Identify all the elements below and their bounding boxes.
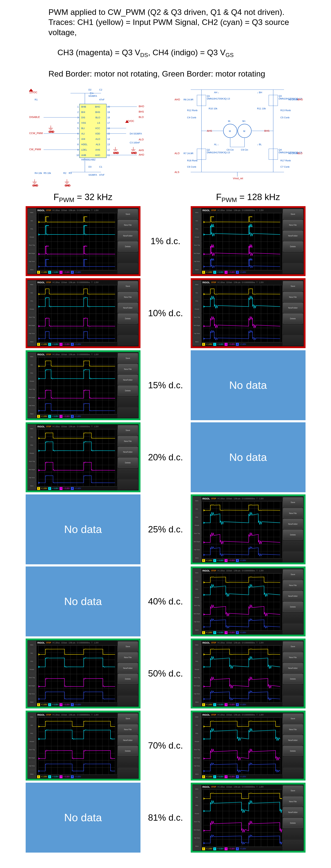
scope-left-item: Acq.: [193, 802, 201, 809]
row-label: 20% d.c.: [141, 452, 191, 463]
svg-text:AHO: AHO: [139, 153, 144, 156]
scope-side-button: New File: [283, 220, 303, 230]
svg-text:D3: D3: [88, 165, 91, 168]
svg-text:M: M: [243, 130, 245, 132]
svg-marker-316: [38, 482, 40, 484]
svg-text:4: 4: [77, 122, 79, 124]
scope-left-item: More: [193, 770, 201, 778]
scope-side-button: Delete: [118, 241, 138, 251]
svg-marker-235: [38, 293, 40, 295]
svg-text:19: 19: [107, 111, 110, 114]
scope-left-item: Inten.: [193, 785, 201, 793]
scope-side-button: New File: [283, 652, 303, 662]
scope-left-item: Inten.: [193, 641, 201, 649]
svg-text:R1: R1: [35, 98, 38, 101]
oscilloscope-capture: Inten.Hor.Acq.PersistSour TrigNet SlopeF…: [191, 639, 305, 709]
scope-side-button: New File: [283, 580, 303, 590]
scope-left-item: Inten.: [193, 497, 201, 505]
data-grid: Inten.Hor.Acq.PersistSour TrigNet SlopeF…: [18, 206, 313, 852]
row-label: 81% d.c.: [141, 812, 191, 823]
svg-text:D2: D2: [88, 88, 91, 91]
scope-side-button: NewFolder: [283, 807, 303, 817]
scope-left-item: Sour Trig: [28, 241, 36, 249]
scope-side-button: Save: [118, 281, 138, 291]
svg-text:BHS: BHS: [264, 129, 269, 132]
oscilloscope-capture: Inten.Hor.Acq.PersistSour TrigNet SlopeF…: [26, 206, 141, 276]
scope-left-item: Acq.: [28, 369, 36, 377]
svg-marker-238: [38, 338, 40, 340]
svg-marker-210: [204, 234, 205, 236]
scope-side-button: Delete: [283, 313, 303, 323]
scope-left-item: Inten.: [193, 569, 201, 577]
svg-text:AHS: AHS: [139, 149, 144, 152]
scope-left-item: More: [193, 842, 201, 850]
scope-left-item: Sour Trig: [28, 746, 36, 754]
svg-marker-313: [38, 437, 40, 439]
svg-text:AHB: AHB: [81, 154, 86, 156]
scope-side-button: NewFolder: [118, 735, 138, 745]
svg-marker-209: [204, 221, 205, 223]
scope-side-button: Save: [283, 281, 303, 291]
scope-left-item: More: [193, 626, 201, 634]
svg-marker-288: [38, 377, 40, 380]
scope-side-button: New File: [283, 796, 303, 807]
svg-text:14: 14: [107, 138, 110, 141]
mosfet-q1: Q1 DMN10H170SK3Q-13: [197, 95, 230, 106]
scope-side-button: Save: [283, 713, 303, 724]
svg-marker-365: [204, 581, 205, 584]
scope-side-button: Delete: [283, 746, 303, 756]
svg-text:C5 Csnb: C5 Csnb: [280, 116, 290, 119]
svg-marker-341: [204, 541, 205, 544]
svg-text:R7 24.9R: R7 24.9R: [183, 152, 193, 155]
scope-left-item: Persist: [28, 449, 36, 457]
scope-bottom-bar: 1= 1.00V2= 5.00V3= 5.00V4= 5.00V: [36, 342, 117, 346]
scope-side-button: NewFolder: [283, 230, 303, 241]
svg-marker-498: [204, 842, 205, 844]
scope-left-item: Hor.: [28, 217, 36, 225]
svg-text:BHO: BHO: [297, 98, 303, 101]
scope-left-item: Sour Trig: [28, 458, 36, 465]
svg-marker-212: [204, 266, 205, 268]
scope-plot: [202, 573, 282, 631]
scope-top-bar: RIGOLSTOPH 1.00us1GSa/s120k ptsD 0.00000…: [202, 280, 282, 285]
svg-marker-417: [204, 653, 205, 656]
svg-marker-446: [38, 770, 40, 772]
scope-plot: [36, 357, 117, 414]
scope-left-item: Inten.: [28, 209, 36, 217]
svg-marker-211: [204, 253, 205, 255]
svg-marker-420: [204, 698, 205, 700]
scope-left-item: Acq.: [28, 730, 36, 737]
scope-left-item: Hor.: [28, 361, 36, 369]
svg-text:GND: GND: [65, 184, 70, 186]
scope-side-button: Delete: [283, 530, 303, 540]
scope-left-item: Persist: [193, 233, 201, 241]
svg-text:D4 SS36FA: D4 SS36FA: [130, 132, 142, 135]
svg-text:ALS: ALS: [175, 170, 179, 174]
scope-bottom-bar: 1= 1.00V2= 5.00V3= 5.00V4= 5.00V: [202, 847, 282, 851]
svg-text:R8 24.9R: R8 24.9R: [289, 98, 298, 101]
scope-left-item: Fall Time: [28, 330, 36, 338]
svg-text:8: 8: [77, 143, 79, 146]
scope-left-item: More: [193, 338, 201, 346]
row-label: 1% d.c.: [141, 236, 191, 246]
svg-marker-471: [204, 757, 205, 760]
scope-plot: [202, 285, 282, 342]
svg-marker-183: [38, 221, 40, 223]
scope-left-item: Net Slope: [28, 249, 36, 257]
svg-text:VDD: VDD: [95, 132, 100, 135]
oscilloscope-capture: Inten.Hor.Acq.PersistSour TrigNet SlopeF…: [191, 566, 305, 637]
svg-text:R17 Rsnb: R17 Rsnb: [280, 159, 291, 162]
scope-top-bar: RIGOLSTOPH 1.00us1GSa/s120k ptsD 0.00000…: [202, 640, 282, 645]
scope-side-button: Delete: [118, 385, 138, 396]
svg-text:C9 Cin: C9 Cin: [241, 149, 248, 151]
svg-marker-262: [204, 306, 205, 308]
oscilloscope-capture: Inten.Hor.Acq.PersistSour TrigNet SlopeF…: [191, 494, 305, 564]
scope-left-item: Persist: [193, 665, 201, 673]
scope-plot: [202, 789, 282, 847]
svg-text:BLO: BLO: [297, 152, 302, 155]
svg-text:BLO: BLO: [95, 116, 100, 119]
scope-side-button: New File: [283, 292, 303, 302]
oscilloscope-capture: Inten.Hor.Acq.PersistSour TrigNet SlopeF…: [26, 350, 141, 420]
svg-text:AL ↓: AL ↓: [214, 143, 219, 146]
col-header-right: FPWM = 128 kHz: [191, 192, 305, 204]
